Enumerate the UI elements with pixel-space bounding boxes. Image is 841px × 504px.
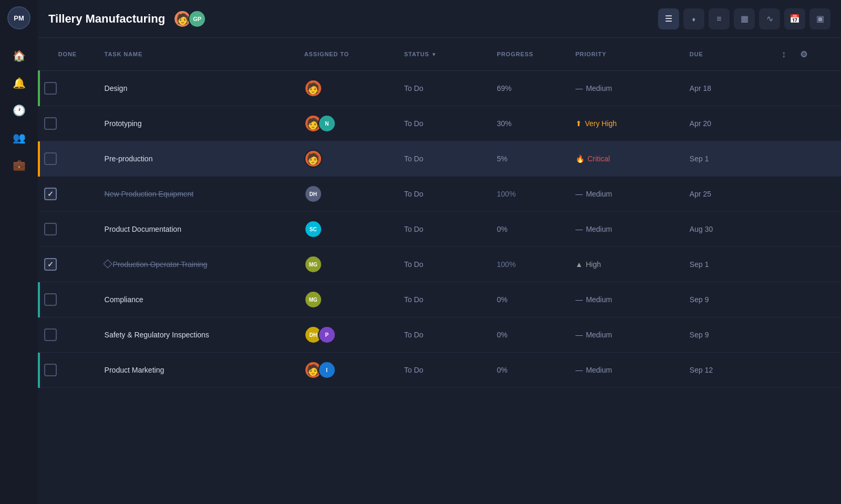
assigned-cell: MG <box>296 282 396 317</box>
task-checkbox[interactable] <box>44 364 57 376</box>
done-cell <box>39 247 96 282</box>
calendar-view-button[interactable]: 📅 <box>784 8 805 29</box>
task-checkbox[interactable] <box>44 258 57 271</box>
assignee-avatar: 🧑 <box>304 150 322 168</box>
task-name-cell: Pre-production <box>96 141 296 177</box>
assigned-cell: 🧑 <box>296 71 396 106</box>
chart-view-button[interactable]: ⬧ <box>683 8 704 29</box>
priority-display: — Medium <box>576 84 673 92</box>
task-name-cell: Design <box>96 71 296 106</box>
col-header-due: DUE <box>681 38 767 71</box>
task-name: Product Marketing <box>105 366 165 374</box>
assignee-avatar: MG <box>304 291 322 308</box>
due-value: Aug 30 <box>690 225 713 233</box>
priority-icon: — <box>576 366 583 374</box>
status-cell[interactable]: To Do <box>396 106 488 141</box>
filter-button[interactable]: ⚙ <box>795 45 813 63</box>
status-cell[interactable]: To Do <box>396 141 488 177</box>
status-value: To Do <box>404 84 424 92</box>
priority-text: Medium <box>586 295 612 304</box>
timeline-view-button[interactable]: ∿ <box>759 8 780 29</box>
task-name: Production Operator Training <box>113 260 208 269</box>
actions-cell <box>767 317 841 353</box>
assignee-group: DHP <box>304 326 387 344</box>
status-cell[interactable]: To Do <box>396 71 488 106</box>
sort-button[interactable]: ↕ <box>775 45 793 63</box>
priority-cell: 🔥 Critical <box>567 141 681 177</box>
assigned-cell: 🧑N <box>296 106 396 141</box>
status-value: To Do <box>404 155 424 163</box>
avatar-gp[interactable]: GP <box>188 10 206 28</box>
task-table-body: Design 🧑 To Do 69% — Medium Apr 18 Proto… <box>39 71 841 388</box>
progress-cell: 0% <box>488 353 567 388</box>
task-checkbox[interactable] <box>44 328 57 341</box>
assignee-avatar: 🧑 <box>304 79 322 97</box>
status-value: To Do <box>404 366 424 374</box>
priority-icon: — <box>576 190 583 198</box>
priority-text: Medium <box>586 331 612 339</box>
sidebar-item-portfolio[interactable]: 💼 <box>7 153 30 177</box>
sidebar-item-history[interactable]: 🕐 <box>7 99 30 122</box>
task-checkbox[interactable] <box>44 82 57 95</box>
due-value: Sep 9 <box>690 331 709 339</box>
progress-value: 5% <box>497 155 507 163</box>
task-checkbox[interactable] <box>44 293 57 306</box>
status-cell[interactable]: To Do <box>396 353 488 388</box>
toolbar: ☰ ⬧ ≡ ▦ ∿ 📅 ▣ <box>658 8 830 29</box>
status-cell[interactable]: To Do <box>396 212 488 247</box>
table-row: Production Operator Training MG To Do 10… <box>39 247 841 282</box>
done-cell <box>39 353 96 388</box>
progress-cell: 0% <box>488 212 567 247</box>
assignee-avatar: MG <box>304 255 322 273</box>
due-cell: Sep 12 <box>681 353 767 388</box>
more-views-button[interactable]: ▣ <box>809 8 830 29</box>
assignee-avatar: I <box>318 361 336 379</box>
assignee-group: DH <box>304 185 387 203</box>
table-row: Product Marketing 🧑I To Do 0% — Medium S… <box>39 353 841 388</box>
task-name-cell: Product Documentation <box>96 212 296 247</box>
due-cell: Apr 18 <box>681 71 767 106</box>
sidebar-item-notifications[interactable]: 🔔 <box>7 71 30 95</box>
priority-icon: ▲ <box>576 260 583 269</box>
col-header-progress: PROGRESS <box>488 38 567 71</box>
task-checkbox[interactable] <box>44 152 57 165</box>
priority-icon: ⬆ <box>576 119 582 128</box>
due-cell: Sep 9 <box>681 317 767 353</box>
assignee-avatar: DH <box>304 185 322 203</box>
task-table-container: DONE TASK NAME ASSIGNED TO STATUS ▼ <box>38 38 841 504</box>
due-value: Sep 9 <box>690 295 709 304</box>
status-cell[interactable]: To Do <box>396 177 488 212</box>
status-value: To Do <box>404 331 424 339</box>
col-header-status[interactable]: STATUS ▼ <box>396 38 488 71</box>
task-checkbox[interactable] <box>44 117 57 130</box>
assigned-cell: DH <box>296 177 396 212</box>
status-cell[interactable]: To Do <box>396 317 488 353</box>
priority-text: Medium <box>586 366 612 374</box>
task-checkbox[interactable] <box>44 188 57 200</box>
due-value: Apr 20 <box>690 119 711 128</box>
gantt-view-button[interactable]: ≡ <box>709 8 730 29</box>
priority-cell: ⬆ Very High <box>567 106 681 141</box>
actions-cell <box>767 212 841 247</box>
status-cell[interactable]: To Do <box>396 247 488 282</box>
done-cell <box>39 177 96 212</box>
progress-value: 100% <box>497 190 516 198</box>
list-view-button[interactable]: ☰ <box>658 8 679 29</box>
board-view-button[interactable]: ▦ <box>734 8 755 29</box>
col-header-task-name: TASK NAME <box>96 38 296 71</box>
task-name-cell: New Production Equipment <box>96 177 296 212</box>
priority-text: Very High <box>585 119 617 128</box>
task-checkbox[interactable] <box>44 223 57 235</box>
assignee-avatar: P <box>318 326 336 344</box>
progress-value: 0% <box>497 331 507 339</box>
progress-value: 69% <box>497 84 511 92</box>
assignee-group: MG <box>304 255 387 273</box>
priority-text: Critical <box>588 155 610 163</box>
status-cell[interactable]: To Do <box>396 282 488 317</box>
col-header-done: DONE <box>39 38 96 71</box>
app-logo[interactable]: PM <box>7 6 30 29</box>
priority-cell: — Medium <box>567 282 681 317</box>
sidebar-item-home[interactable]: 🏠 <box>7 44 30 67</box>
sidebar-item-team[interactable]: 👥 <box>7 126 30 149</box>
assigned-cell: 🧑 <box>296 141 396 177</box>
